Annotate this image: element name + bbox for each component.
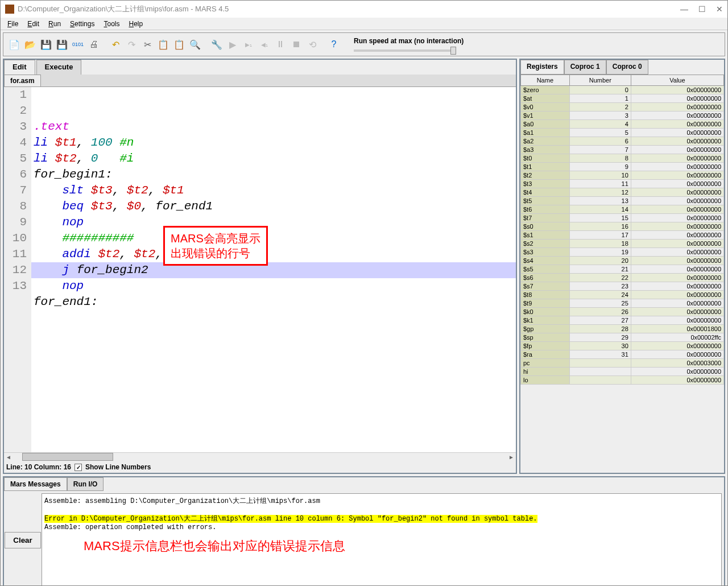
register-row[interactable]: pc0x00003000 — [521, 359, 724, 368]
paste-icon[interactable]: 📋 — [172, 37, 187, 52]
code-editor[interactable]: 12345678910111213 .textli $t1, 100 #nli … — [4, 87, 516, 452]
code-line[interactable]: addi $t2, $t2, 1 #i++ — [31, 246, 516, 262]
code-line[interactable]: beq $t3, $0, for_end1 — [31, 199, 516, 214]
register-row[interactable]: $t190x00000000 — [521, 163, 724, 171]
tab-coproc0[interactable]: Coproc 0 — [606, 60, 648, 75]
register-row[interactable]: $sp290x00002ffc — [521, 333, 724, 342]
register-row[interactable]: $a040x00000000 — [521, 120, 724, 129]
undo-icon[interactable]: ↶ — [108, 37, 123, 52]
minimize-button[interactable]: — — [680, 5, 688, 14]
registers-table[interactable]: Name Number Value $zero00x00000000$at10x… — [520, 75, 724, 473]
close-button[interactable]: ✕ — [716, 5, 723, 14]
register-row[interactable]: $a370x00000000 — [521, 146, 724, 154]
register-row[interactable]: $t8240x00000000 — [521, 291, 724, 299]
print-icon[interactable]: 🖨 — [86, 37, 101, 52]
maximize-button[interactable]: ☐ — [698, 5, 706, 14]
menu-edit[interactable]: Edit — [24, 19, 43, 29]
tab-edit[interactable]: Edit — [4, 60, 35, 75]
msg-assemble: Assemble: assembling D:\Computer_Organiz… — [44, 497, 320, 505]
register-row[interactable]: $s4200x00000000 — [521, 257, 724, 265]
speed-slider[interactable] — [354, 49, 456, 52]
titlebar: D:\Computer_Organization\大二上计组\mips\for.… — [1, 1, 727, 18]
register-row[interactable]: $zero00x00000000 — [521, 86, 724, 94]
register-row[interactable]: hi0x00000000 — [521, 368, 724, 376]
register-row[interactable]: $s6220x00000000 — [521, 274, 724, 282]
code-line[interactable]: .text — [31, 119, 516, 135]
menu-help[interactable]: Help — [125, 19, 146, 29]
tab-run-io[interactable]: Run I/O — [67, 477, 104, 491]
annotation-messages: MARS提示信息栏也会输出对应的错误提示信息 — [84, 538, 345, 555]
register-row[interactable]: $v130x00000000 — [521, 112, 724, 120]
clear-button[interactable]: Clear — [5, 532, 40, 548]
file-tab[interactable]: for.asm — [4, 75, 41, 86]
tab-coproc1[interactable]: Coproc 1 — [564, 60, 606, 75]
redo-icon[interactable]: ↷ — [124, 37, 139, 52]
code-content[interactable]: .textli $t1, 100 #nli $t2, 0 #ifor_begin… — [31, 87, 516, 452]
show-line-numbers-checkbox[interactable]: ✓ — [75, 464, 82, 471]
copy-icon[interactable]: 📋 — [156, 37, 171, 52]
speed-label: Run speed at max (no interaction) — [354, 37, 464, 45]
run-icon[interactable]: ▶ — [225, 37, 240, 52]
menubar: File Edit Run Settings Tools Help — [1, 18, 727, 30]
code-line[interactable]: li $t2, 0 #i — [31, 151, 516, 167]
register-row[interactable]: $t3110x00000000 — [521, 180, 724, 188]
reg-header-number: Number — [569, 75, 631, 86]
register-row[interactable]: $s5210x00000000 — [521, 265, 724, 274]
menu-tools[interactable]: Tools — [100, 19, 123, 29]
stop-icon[interactable]: ⏹ — [289, 37, 304, 52]
cut-icon[interactable]: ✂ — [140, 37, 155, 52]
pause-icon[interactable]: ⏸ — [273, 37, 288, 52]
code-line[interactable]: for_end1: — [31, 294, 516, 310]
register-row[interactable]: $t5130x00000000 — [521, 197, 724, 205]
register-row[interactable]: $t7150x00000000 — [521, 214, 724, 222]
register-row[interactable]: $t9250x00000000 — [521, 299, 724, 308]
tab-mars-messages[interactable]: Mars Messages — [4, 477, 67, 491]
register-row[interactable]: $t080x00000000 — [521, 154, 724, 163]
help-icon[interactable]: ? — [326, 37, 341, 52]
new-file-icon[interactable]: 📄 — [7, 37, 22, 52]
register-row[interactable]: $fp300x00000000 — [521, 342, 724, 350]
register-row[interactable]: $s0160x00000000 — [521, 222, 724, 231]
tab-registers[interactable]: Registers — [520, 60, 564, 75]
scrollbar-horizontal[interactable]: ◄► — [4, 452, 516, 461]
register-row[interactable]: $s2180x00000000 — [521, 240, 724, 248]
code-line[interactable]: slt $t3, $t2, $t1 — [31, 183, 516, 199]
register-row[interactable]: $s3190x00000000 — [521, 248, 724, 257]
registers-panel: Registers Coproc 1 Coproc 0 Name Number … — [519, 59, 725, 474]
assemble-icon[interactable]: 🔧 — [209, 37, 224, 52]
register-row[interactable]: $at10x00000000 — [521, 94, 724, 103]
tab-execute[interactable]: Execute — [36, 60, 82, 75]
open-file-icon[interactable]: 📂 — [23, 37, 38, 52]
register-row[interactable]: lo0x00000000 — [521, 376, 724, 385]
dump-icon[interactable]: 0101 — [71, 37, 85, 52]
register-row[interactable]: $t4120x00000000 — [521, 188, 724, 197]
menu-settings[interactable]: Settings — [67, 19, 98, 29]
step-back-icon[interactable]: ◀₁ — [257, 37, 272, 52]
register-row[interactable]: $s1170x00000000 — [521, 231, 724, 240]
code-line[interactable]: li $t1, 100 #n — [31, 135, 516, 151]
menu-run[interactable]: Run — [45, 19, 64, 29]
register-row[interactable]: $a150x00000000 — [521, 129, 724, 137]
step-icon[interactable]: ▶₁ — [241, 37, 256, 52]
code-line[interactable]: nop — [31, 278, 516, 294]
code-line[interactable] — [31, 310, 516, 326]
code-line[interactable]: j for_begin2 — [31, 262, 516, 278]
register-row[interactable]: $v020x00000000 — [521, 103, 724, 112]
save-as-icon[interactable]: 💾 — [55, 37, 69, 52]
save-icon[interactable]: 💾 — [39, 37, 53, 52]
code-line[interactable]: for_begin1: — [31, 167, 516, 183]
reset-icon[interactable]: ⟲ — [305, 37, 320, 52]
register-row[interactable]: $a260x00000000 — [521, 137, 724, 146]
code-line[interactable]: nop — [31, 214, 516, 230]
code-line[interactable]: ########## — [31, 230, 516, 246]
register-row[interactable]: $k1270x00000000 — [521, 316, 724, 325]
register-row[interactable]: $s7230x00000000 — [521, 282, 724, 291]
find-icon[interactable]: 🔍 — [188, 37, 202, 52]
editor-statusline: Line: 10 Column: 16 ✓ Show Line Numbers — [4, 461, 516, 473]
register-row[interactable]: $ra310x00000000 — [521, 350, 724, 359]
register-row[interactable]: $gp280x00001800 — [521, 325, 724, 333]
register-row[interactable]: $t2100x00000000 — [521, 171, 724, 180]
register-row[interactable]: $k0260x00000000 — [521, 308, 724, 316]
menu-file[interactable]: File — [4, 19, 22, 29]
register-row[interactable]: $t6140x00000000 — [521, 205, 724, 214]
